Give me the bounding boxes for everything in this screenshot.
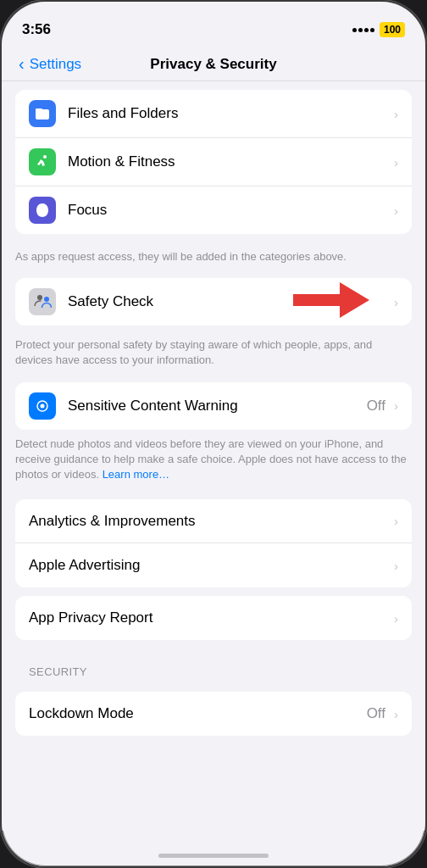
safety-check-group: Safety Check › — [15, 278, 412, 326]
sensitive-note-text: Detect nude photos and videos before the… — [15, 437, 407, 481]
app-privacy-report-row[interactable]: App Privacy Report › — [15, 596, 412, 640]
analytics-label: Analytics & Improvements — [29, 513, 391, 530]
signal-dots — [352, 28, 374, 32]
focus-label: Focus — [68, 202, 391, 219]
analytics-group: Analytics & Improvements › Apple Adverti… — [15, 499, 412, 587]
back-chevron-icon: ‹ — [19, 54, 25, 74]
phone-frame: 3:56 100 ‹ Settings Privacy & Security — [0, 0, 427, 868]
apple-advertising-label: Apple Advertising — [29, 557, 391, 574]
files-chevron-icon: › — [394, 107, 398, 121]
motion-fitness-row[interactable]: Motion & Fitness › — [15, 138, 412, 186]
security-group: Lockdown Mode Off › — [15, 692, 412, 736]
app-privacy-report-label: App Privacy Report — [29, 609, 391, 626]
svg-point-4 — [44, 297, 49, 302]
safety-chevron-icon: › — [394, 295, 398, 309]
back-label: Settings — [30, 56, 81, 73]
sensitive-content-row[interactable]: Sensitive Content Warning Off › — [15, 382, 412, 430]
home-indicator — [158, 854, 269, 858]
sensitive-content-label: Sensitive Content Warning — [68, 398, 367, 415]
sensitive-content-value: Off — [367, 398, 385, 415]
learn-more-link[interactable]: Learn more… — [103, 468, 169, 481]
top-section-note: As apps request access, they will be add… — [2, 242, 425, 273]
status-bar: 3:56 100 — [2, 2, 425, 47]
focus-chevron-icon: › — [394, 203, 398, 218]
safety-note: Protect your personal safety by staying … — [2, 331, 425, 376]
motion-fitness-icon — [29, 148, 56, 175]
files-folders-label: Files and Folders — [68, 105, 391, 122]
battery-indicator: 100 — [380, 22, 405, 37]
status-time: 3:56 — [22, 21, 51, 38]
svg-rect-1 — [36, 108, 42, 111]
red-arrow-indicator — [293, 282, 369, 321]
lockdown-chevron-icon: › — [394, 707, 398, 721]
files-folders-row[interactable]: Files and Folders › — [15, 90, 412, 138]
motion-fitness-label: Motion & Fitness — [68, 153, 391, 170]
page-title: Privacy & Security — [150, 56, 276, 73]
apple-advertising-chevron-icon: › — [394, 559, 398, 573]
app-privacy-group: App Privacy Report › — [15, 596, 412, 640]
back-button[interactable]: ‹ Settings — [19, 54, 81, 74]
analytics-chevron-icon: › — [394, 514, 398, 528]
signal-dot-1 — [352, 28, 357, 32]
sensitive-note: Detect nude photos and videos before the… — [2, 430, 425, 492]
safety-check-icon — [29, 288, 56, 315]
svg-marker-5 — [293, 282, 369, 318]
safety-check-wrapper: Safety Check › — [15, 278, 412, 326]
svg-point-3 — [37, 295, 42, 300]
motion-chevron-icon: › — [394, 155, 398, 170]
lockdown-mode-value: Off — [367, 705, 385, 722]
status-right: 100 — [352, 22, 405, 37]
sensitive-chevron-icon: › — [394, 398, 398, 413]
analytics-row[interactable]: Analytics & Improvements › — [15, 499, 412, 543]
lockdown-mode-row[interactable]: Lockdown Mode Off › — [15, 692, 412, 736]
lockdown-mode-label: Lockdown Mode — [29, 705, 367, 722]
svg-point-8 — [41, 403, 45, 408]
security-section-label: SECURITY — [2, 648, 425, 683]
apple-advertising-row[interactable]: Apple Advertising › — [15, 543, 412, 587]
safety-check-row[interactable]: Safety Check › — [15, 278, 412, 326]
focus-row[interactable]: Focus › — [15, 186, 412, 234]
signal-dot-2 — [358, 28, 363, 32]
focus-icon — [29, 197, 56, 224]
top-settings-group: Files and Folders › Motion & Fitness › — [15, 90, 412, 234]
signal-dot-4 — [370, 28, 374, 32]
scroll-content: Files and Folders › Motion & Fitness › — [2, 81, 425, 831]
svg-point-2 — [43, 155, 47, 159]
signal-dot-3 — [364, 28, 369, 32]
nav-bar: ‹ Settings Privacy & Security — [2, 47, 425, 81]
sensitive-content-icon — [29, 392, 56, 420]
sensitive-content-wrapper: Sensitive Content Warning Off › — [15, 382, 412, 430]
sensitive-content-group: Sensitive Content Warning Off › — [15, 382, 412, 430]
app-privacy-chevron-icon: › — [394, 611, 398, 626]
files-folders-icon — [29, 100, 56, 127]
